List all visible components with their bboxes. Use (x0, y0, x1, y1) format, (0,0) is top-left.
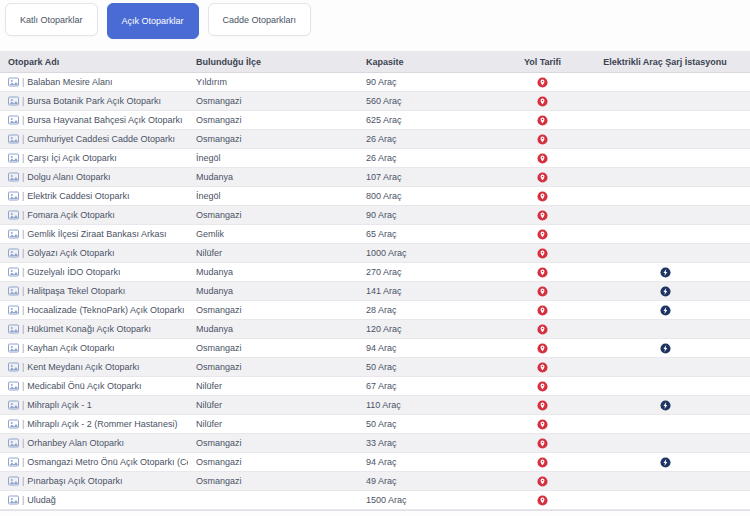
otopark-name-cell: | Güzelyalı İDO Otoparkı (0, 267, 188, 277)
directions-cell (505, 96, 580, 107)
parking-thumbnail-icon (8, 381, 19, 391)
name-separator: | (22, 438, 24, 448)
table-row: | Halitpaşa Tekel Otoparkı Mudanya 141 A… (0, 282, 750, 301)
capacity-cell: 94 Araç (358, 457, 505, 467)
otopark-name: Mihraplı Açık - 1 (27, 400, 92, 410)
otopark-name: Elektrik Caddesi Otoparkı (27, 191, 129, 201)
otopark-name: Bursa Botanik Park Açık Otoparkı (27, 96, 161, 106)
capacity-cell: 1500 Araç (358, 495, 505, 505)
location-pin-icon[interactable] (537, 286, 548, 297)
location-pin-icon[interactable] (537, 77, 548, 88)
name-separator: | (22, 476, 24, 486)
table-row: | Kayhan Açık Otoparkı Osmangazi 94 Araç (0, 339, 750, 358)
directions-cell (505, 286, 580, 297)
capacity-cell: 26 Araç (358, 134, 505, 144)
parking-lots-table: Otopark Adı Bulunduğu İlçe Kapasite Yol … (0, 51, 750, 511)
table-row: | Bursa Hayvanat Bahçesi Açık Otoparkı O… (0, 111, 750, 130)
otopark-name-cell: | Fomara Açık Otoparkı (0, 210, 188, 220)
directions-cell (505, 438, 580, 449)
table-bottom-border (0, 510, 750, 511)
otopark-name-cell: | Osmangazi Metro Önü Açık Otoparkı (Cep… (0, 457, 188, 467)
parking-thumbnail-icon (8, 438, 19, 448)
location-pin-icon[interactable] (537, 343, 548, 354)
otopark-name: Medicabil Önü Açık Otoparkı (27, 381, 141, 391)
capacity-cell: 49 Araç (358, 476, 505, 486)
location-pin-icon[interactable] (537, 210, 548, 221)
name-separator: | (22, 324, 24, 334)
location-pin-icon[interactable] (537, 324, 548, 335)
capacity-cell: 33 Araç (358, 438, 505, 448)
otopark-name-cell: | Mihraplı Açık - 1 (0, 400, 188, 410)
capacity-cell: 28 Araç (358, 305, 505, 315)
name-separator: | (22, 153, 24, 163)
district-cell: Osmangazi (188, 134, 358, 144)
name-separator: | (22, 286, 24, 296)
otopark-name: Uludağ (27, 495, 56, 505)
table-row: | Cumhuriyet Caddesi Cadde Otoparkı Osma… (0, 130, 750, 149)
location-pin-icon[interactable] (537, 362, 548, 373)
parking-thumbnail-icon (8, 343, 19, 353)
otopark-name: Cumhuriyet Caddesi Cadde Otoparkı (27, 134, 175, 144)
location-pin-icon[interactable] (537, 267, 548, 278)
parking-thumbnail-icon (8, 286, 19, 296)
ev-charging-bolt-icon (660, 457, 671, 468)
name-separator: | (22, 96, 24, 106)
district-cell: Gemlik (188, 229, 358, 239)
parking-type-tabbar: Katlı Otoparklar Açık Otoparklar Cadde O… (0, 0, 750, 39)
table-row: | Hükümet Konağı Açık Otoparkı Mudanya 1… (0, 320, 750, 339)
ev-charging-bolt-icon (660, 286, 671, 297)
otopark-name-cell: | Cumhuriyet Caddesi Cadde Otoparkı (0, 134, 188, 144)
district-cell: Osmangazi (188, 457, 358, 467)
name-separator: | (22, 77, 24, 87)
tab-katli-otoparklar[interactable]: Katlı Otoparklar (5, 3, 98, 36)
capacity-cell: 90 Araç (358, 210, 505, 220)
parking-thumbnail-icon (8, 153, 19, 163)
location-pin-icon[interactable] (537, 172, 548, 183)
table-row: | Mihraplı Açık - 1 Nilüfer 110 Araç (0, 396, 750, 415)
name-separator: | (22, 172, 24, 182)
otopark-name-cell: | Uludağ (0, 495, 188, 505)
district-cell: Yıldırım (188, 77, 358, 87)
location-pin-icon[interactable] (537, 229, 548, 240)
location-pin-icon[interactable] (537, 438, 548, 449)
capacity-cell: 26 Araç (358, 153, 505, 163)
otopark-name: Gölyazı Açık Otoparkı (27, 248, 114, 258)
district-cell: Osmangazi (188, 210, 358, 220)
district-cell: Nilüfer (188, 400, 358, 410)
location-pin-icon[interactable] (537, 457, 548, 468)
location-pin-icon[interactable] (537, 305, 548, 316)
name-separator: | (22, 381, 24, 391)
location-pin-icon[interactable] (537, 115, 548, 126)
name-separator: | (22, 400, 24, 410)
location-pin-icon[interactable] (537, 400, 548, 411)
parking-thumbnail-icon (8, 457, 19, 467)
otopark-name-cell: | Elektrik Caddesi Otoparkı (0, 191, 188, 201)
location-pin-icon[interactable] (537, 419, 548, 430)
table-row: | Pınarbaşı Açık Otoparkı Osmangazi 49 A… (0, 472, 750, 491)
name-separator: | (22, 229, 24, 239)
parking-thumbnail-icon (8, 305, 19, 315)
location-pin-icon[interactable] (537, 153, 548, 164)
otopark-name: Bursa Hayvanat Bahçesi Açık Otoparkı (27, 115, 182, 125)
ev-charging-bolt-icon (660, 400, 671, 411)
capacity-cell: 65 Araç (358, 229, 505, 239)
location-pin-icon[interactable] (537, 495, 548, 506)
location-pin-icon[interactable] (537, 476, 548, 487)
tab-acik-otoparklar[interactable]: Açık Otoparklar (107, 3, 199, 39)
name-separator: | (22, 305, 24, 315)
table-body: | Balaban Mesire Alanı Yıldırım 90 Araç (0, 73, 750, 510)
parking-thumbnail-icon (8, 77, 19, 87)
location-pin-icon[interactable] (537, 96, 548, 107)
name-separator: | (22, 457, 24, 467)
directions-cell (505, 495, 580, 506)
location-pin-icon[interactable] (537, 248, 548, 259)
location-pin-icon[interactable] (537, 381, 548, 392)
ev-charging-cell (580, 400, 750, 411)
tab-label: Katlı Otoparklar (20, 15, 83, 25)
tab-cadde-otoparklari[interactable]: Cadde Otoparkları (208, 3, 312, 36)
location-pin-icon[interactable] (537, 134, 548, 145)
table-row: | Medicabil Önü Açık Otoparkı Nilüfer 67… (0, 377, 750, 396)
directions-cell (505, 400, 580, 411)
table-row: | Balaban Mesire Alanı Yıldırım 90 Araç (0, 73, 750, 92)
location-pin-icon[interactable] (537, 191, 548, 202)
